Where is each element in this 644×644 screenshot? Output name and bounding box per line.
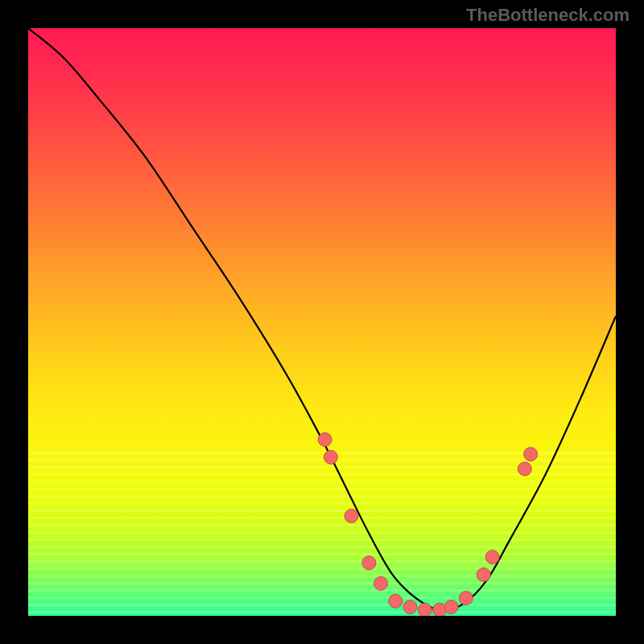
data-point — [374, 576, 388, 590]
data-point — [444, 601, 458, 614]
data-point — [418, 603, 431, 616]
data-point — [459, 592, 473, 605]
data-point — [403, 601, 417, 614]
bottleneck-curve — [28, 28, 616, 610]
watermark-text: TheBottleneck.com — [466, 5, 630, 26]
data-point — [362, 556, 376, 570]
data-point — [389, 594, 402, 608]
plot-area — [28, 28, 616, 616]
data-point — [324, 450, 337, 464]
curve-svg — [28, 28, 616, 616]
data-point — [477, 568, 490, 581]
data-point — [524, 448, 538, 461]
data-point — [345, 509, 358, 522]
data-points-group — [318, 433, 538, 617]
data-point — [518, 462, 531, 476]
data-point — [318, 433, 332, 447]
data-point — [485, 551, 499, 564]
